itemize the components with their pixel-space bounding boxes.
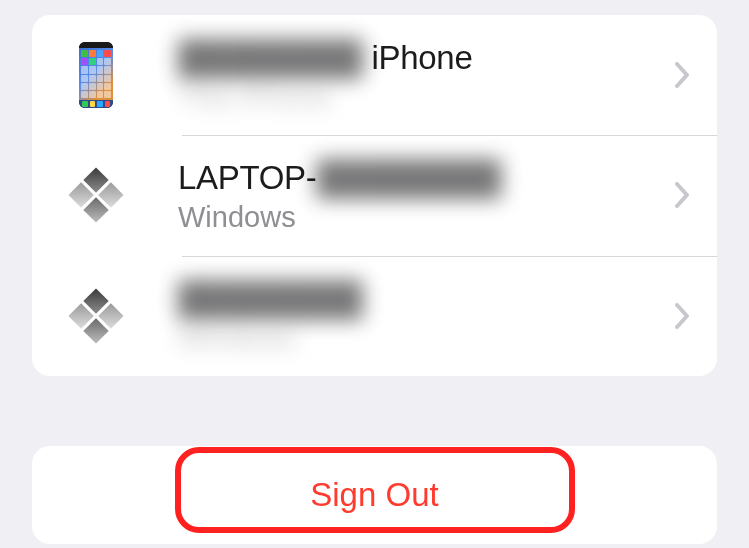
device-title: ████████ [178, 278, 667, 319]
signout-section: Sign Out [32, 446, 717, 544]
device-subtitle: This iPhone [178, 80, 667, 113]
windows-icon [60, 291, 132, 341]
sign-out-button[interactable]: Sign Out [32, 454, 717, 536]
iphone-icon [60, 42, 132, 108]
device-subtitle: Windows [178, 321, 667, 354]
device-title: ████████ iPhone [178, 37, 667, 78]
windows-icon [60, 170, 132, 220]
device-row-other[interactable]: ████████ Windows [32, 256, 717, 376]
device-row-iphone[interactable]: ████████ iPhone This iPhone [32, 15, 717, 135]
chevron-right-icon [667, 303, 697, 329]
chevron-right-icon [667, 62, 697, 88]
device-subtitle: Windows [178, 201, 667, 234]
device-row-laptop[interactable]: LAPTOP-████████ Windows [32, 135, 717, 255]
chevron-right-icon [667, 182, 697, 208]
device-list: ████████ iPhone This iPhone LAPTOP-█████… [32, 15, 717, 376]
device-title: LAPTOP-████████ [178, 157, 667, 198]
